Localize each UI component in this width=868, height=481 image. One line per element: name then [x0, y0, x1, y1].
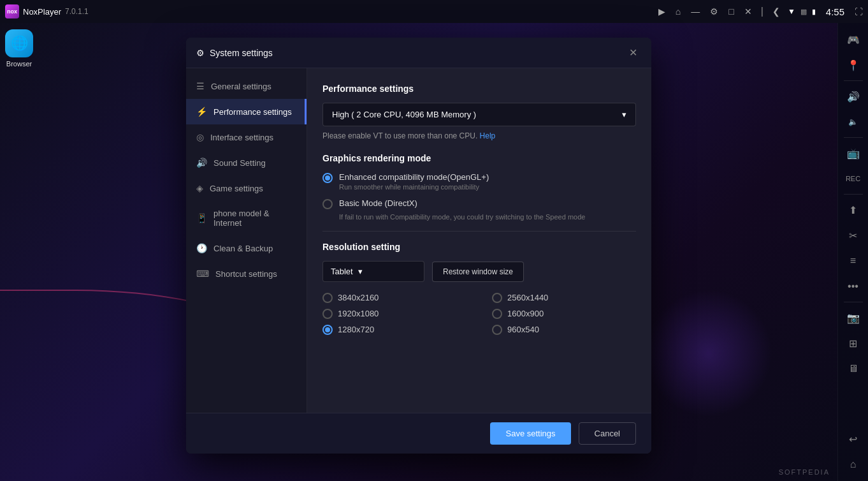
- res-radio-960[interactable]: [492, 325, 502, 335]
- nav-phone-label: phone model & Internet: [213, 209, 296, 228]
- gamepad-icon[interactable]: 🎮: [842, 28, 865, 51]
- res-radio-2560[interactable]: [492, 293, 502, 303]
- backup-nav-icon: 🕐: [196, 243, 207, 253]
- system-settings-dialog: ⚙ System settings ✕ ☰ General settings ⚡…: [186, 38, 651, 454]
- directx-note: If fail to run with Compatibility mode, …: [322, 213, 636, 221]
- nav-item-performance[interactable]: ⚡ Performance settings: [186, 99, 307, 124]
- nav-general-label: General settings: [211, 82, 271, 91]
- performance-nav-icon: ⚡: [196, 107, 207, 117]
- res-label-1280: 1280x720: [338, 325, 374, 334]
- volume-up-icon[interactable]: 🔊: [842, 85, 865, 108]
- nav-item-phone[interactable]: 📱 phone model & Internet: [186, 201, 307, 235]
- nav-game-label: Game settings: [210, 184, 263, 193]
- resolution-controls: Tablet ▾ Restore window size: [322, 261, 636, 282]
- screen-icon[interactable]: 📺: [842, 142, 865, 165]
- res-label-3840: 3840x2160: [338, 293, 379, 302]
- res-option-1280[interactable]: 1280x720: [322, 324, 467, 335]
- camera-icon[interactable]: 📷: [842, 306, 865, 329]
- res-radio-1600[interactable]: [492, 309, 502, 319]
- home-nav-icon[interactable]: ⌂: [842, 453, 865, 476]
- minimize-icon[interactable]: —: [688, 5, 702, 18]
- dialog-body: ☰ General settings ⚡ Performance setting…: [186, 68, 651, 413]
- resolution-grid: 3840x2160 2560x1440 1920x1080 1600x900: [322, 292, 636, 335]
- nav-item-game[interactable]: ◈ Game settings: [186, 175, 307, 201]
- perf-dropdown-value: High ( 2 Core CPU, 4096 MB Memory ): [332, 110, 476, 119]
- interface-nav-icon: ◎: [196, 132, 204, 142]
- res-radio-1280[interactable]: [322, 325, 333, 335]
- resolution-dropdown-arrow-icon: ▾: [358, 267, 363, 276]
- dialog-overlay: ⚙ System settings ✕ ☰ General settings ⚡…: [0, 23, 837, 481]
- nav-item-sound[interactable]: 🔊 Sound Setting: [186, 150, 307, 175]
- nav-item-backup[interactable]: 🕐 Clean & Backup: [186, 235, 307, 261]
- res-label-1600: 1600x900: [507, 309, 544, 318]
- directx-radio[interactable]: [322, 199, 333, 209]
- monitor-icon[interactable]: 🖥: [842, 357, 865, 380]
- opengl-radio[interactable]: [322, 173, 333, 183]
- res-radio-1920[interactable]: [322, 309, 333, 319]
- res-radio-3840[interactable]: [322, 293, 333, 303]
- sound-nav-icon: 🔊: [196, 158, 207, 168]
- scissors-icon[interactable]: ✂: [842, 224, 865, 247]
- dialog-footer: Save settings Cancel: [186, 413, 651, 454]
- layout-icon[interactable]: ⊞: [842, 332, 865, 355]
- vt-help-text: Please enable VT to use more than one CP…: [322, 131, 636, 140]
- nav-sound-label: Sound Setting: [213, 158, 266, 168]
- res-label-2560: 2560x1440: [507, 293, 548, 302]
- nox-logo-icon: nox: [5, 4, 19, 18]
- resolution-type-value: Tablet: [331, 267, 353, 276]
- resolution-type-dropdown[interactable]: Tablet ▾: [322, 261, 424, 282]
- more-icon[interactable]: •••: [842, 275, 865, 298]
- res-option-2560[interactable]: 2560x1440: [492, 292, 636, 303]
- save-settings-button[interactable]: Save settings: [490, 422, 570, 445]
- battery-icon: ▮: [812, 8, 816, 16]
- signal-icon: ▩: [800, 8, 807, 16]
- restore-window-size-button[interactable]: Restore window size: [432, 262, 524, 282]
- upload-icon[interactable]: ⬆: [842, 198, 865, 221]
- directx-label-wrap: Basic Mode (DirectX): [339, 198, 417, 208]
- resolution-section-title: Resolution setting: [322, 242, 636, 252]
- system-time: 4:55: [826, 6, 844, 17]
- nav-performance-label: Performance settings: [213, 107, 292, 117]
- nav-item-shortcut[interactable]: ⌨ Shortcut settings: [186, 261, 307, 286]
- sidebar-divider-4: [844, 302, 863, 302]
- dialog-title: ⚙ System settings: [196, 48, 273, 58]
- res-label-960: 960x540: [507, 325, 539, 334]
- perf-section-title: Performance settings: [322, 84, 636, 94]
- directx-label: Basic Mode (DirectX): [339, 198, 417, 208]
- res-option-1920[interactable]: 1920x1080: [322, 308, 467, 319]
- directx-option[interactable]: Basic Mode (DirectX): [322, 198, 636, 209]
- opengl-option[interactable]: Enhanced compatibility mode(OpenGL+) Run…: [322, 172, 636, 191]
- menu-icon[interactable]: ≡: [842, 249, 865, 272]
- settings-content: Performance settings High ( 2 Core CPU, …: [307, 68, 651, 413]
- sidebar-divider-3: [844, 194, 863, 195]
- settings-icon[interactable]: ⚙: [707, 5, 721, 18]
- back-nav-icon[interactable]: ↩: [842, 427, 865, 450]
- back-icon[interactable]: ❮: [770, 5, 783, 18]
- res-option-3840[interactable]: 3840x2160: [322, 292, 467, 303]
- maximize-icon[interactable]: □: [726, 5, 736, 18]
- close-icon[interactable]: ✕: [742, 5, 755, 18]
- home-icon[interactable]: ⌂: [673, 5, 683, 18]
- nav-item-general[interactable]: ☰ General settings: [186, 73, 307, 99]
- shortcut-nav-icon: ⌨: [196, 269, 209, 279]
- app-logo: nox NoxPlayer 7.0.1.1: [5, 4, 89, 18]
- volume-down-icon[interactable]: 🔈: [842, 110, 865, 133]
- nav-item-interface[interactable]: ◎ Interface settings: [186, 124, 307, 150]
- app-title: NoxPlayer: [23, 7, 61, 17]
- location-icon[interactable]: 📍: [842, 54, 865, 77]
- right-sidebar: 🎮 📍 🔊 🔈 📺 REC ⬆ ✂ ≡ ••• 📷 ⊞ 🖥 ↩ ⌂: [837, 23, 868, 481]
- cancel-button[interactable]: Cancel: [579, 422, 636, 445]
- general-nav-icon: ☰: [196, 81, 205, 91]
- expand-icon[interactable]: ⛶: [855, 7, 863, 17]
- vt-help-link[interactable]: Help: [480, 131, 496, 140]
- performance-dropdown[interactable]: High ( 2 Core CPU, 4096 MB Memory ) ▾: [322, 103, 636, 126]
- play-icon[interactable]: ▶: [656, 5, 668, 18]
- res-option-1600[interactable]: 1600x900: [492, 308, 636, 319]
- perf-dropdown-arrow-icon: ▾: [622, 110, 626, 119]
- topbar: nox NoxPlayer 7.0.1.1 ▶ ⌂ — ⚙ □ ✕ | ❮ ▼ …: [0, 0, 868, 23]
- record-icon[interactable]: REC: [842, 167, 865, 190]
- dialog-close-button[interactable]: ✕: [625, 45, 641, 60]
- res-option-960[interactable]: 960x540: [492, 324, 636, 335]
- phone-nav-icon: 📱: [196, 213, 207, 223]
- graphics-section-title: Graphics rendering mode: [322, 153, 636, 163]
